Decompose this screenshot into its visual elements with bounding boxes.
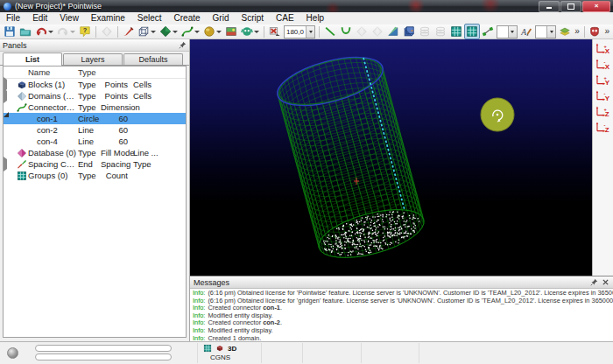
cae-format-label: CGNS: [210, 354, 230, 361]
dropdown-arrow-icon[interactable]: [254, 31, 259, 33]
toolbar-separator: [319, 26, 320, 38]
dropdown-arrow-icon[interactable]: [173, 31, 178, 33]
examine-button[interactable]: [239, 24, 261, 39]
menu-help[interactable]: Help: [300, 12, 331, 24]
expand-arrow-icon[interactable]: [4, 157, 7, 172]
messages-panel: Messages Info:(6:16 pm) Obtained license…: [190, 276, 613, 341]
dimension-connector-button[interactable]: [480, 24, 496, 39]
display-button[interactable]: [223, 24, 239, 39]
menu-script[interactable]: Script: [235, 12, 270, 24]
title-bar[interactable]: (New Project)* Pointwise ×: [0, 0, 613, 12]
layers-icon: [559, 25, 571, 38]
rings-button[interactable]: [417, 24, 433, 39]
pin-icon[interactable]: [179, 41, 187, 49]
tree-row-blocks-1-[interactable]: Blocks (1)TypePointsCells: [4, 79, 186, 90]
tree-row-domains-1-3-[interactable]: Domains (1/3)TypePointsCells: [4, 90, 186, 102]
sphere-icon: [203, 25, 215, 38]
tree-cell-value2: Type: [130, 158, 186, 170]
pin-icon[interactable]: [590, 278, 598, 286]
open-button[interactable]: [18, 24, 33, 39]
tree-row-con-4[interactable]: con-4Line60: [4, 136, 186, 147]
tree-row-groups-0-[interactable]: Groups (0)TypeCount: [4, 170, 186, 181]
block-tool-button[interactable]: [136, 24, 158, 39]
view-plus-z-button[interactable]: +Z: [593, 103, 613, 118]
close-icon[interactable]: [602, 278, 609, 286]
rotate-cursor: [481, 98, 514, 131]
database-tool-button[interactable]: [201, 24, 223, 39]
wedge-button[interactable]: [385, 24, 401, 39]
dropdown-arrow-icon[interactable]: [48, 31, 53, 33]
view-minus-x-button[interactable]: -X: [593, 56, 613, 71]
mask-button[interactable]: [587, 24, 602, 39]
messages-title: Messages: [194, 278, 229, 287]
spacing-combo[interactable]: [535, 25, 556, 38]
tab-layers[interactable]: Layers: [63, 53, 123, 65]
menu-file[interactable]: File: [0, 12, 26, 24]
minimize-button[interactable]: [539, 1, 560, 12]
rings2-button[interactable]: [433, 24, 448, 39]
toolbar-overflow-button[interactable]: »: [573, 24, 581, 39]
rings-icon: [434, 25, 447, 38]
examine-x-button[interactable]: [267, 24, 283, 39]
menu-examine[interactable]: Examine: [85, 12, 131, 24]
status-field-1[interactable]: [35, 345, 172, 352]
menu-create[interactable]: Create: [168, 12, 207, 24]
view-minus-z-button[interactable]: -Z: [593, 119, 613, 134]
brush-button[interactable]: [120, 24, 136, 39]
dropdown-arrow-icon[interactable]: [70, 31, 75, 33]
view-minus-y-button[interactable]: -Y: [593, 88, 613, 102]
assemble-domain-button[interactable]: [354, 24, 370, 39]
tree-cell-type: Line: [78, 136, 101, 147]
cube-icon: [137, 25, 150, 38]
toolbar-overflow2-button[interactable]: »: [602, 24, 611, 39]
toolbar: ?180,0A»»: [0, 24, 613, 39]
status-field-2[interactable]: [35, 354, 172, 360]
menu-cae[interactable]: CAE: [270, 12, 300, 24]
tree-row-con-1[interactable]: con-1Circle60: [4, 113, 186, 124]
undo-button[interactable]: [33, 24, 55, 39]
connector-tool-button[interactable]: [180, 24, 201, 39]
message-line: Info:Modified entity display.: [193, 312, 613, 320]
grid-solve-button[interactable]: [448, 24, 464, 39]
tab-list[interactable]: List: [3, 52, 62, 66]
axis-x-icon: -X: [594, 58, 612, 70]
dropdown-arrow-icon[interactable]: [216, 31, 222, 33]
redo-button[interactable]: [55, 24, 77, 39]
message-line: Info:(6:16 pm) Obtained license for 'gri…: [193, 298, 613, 305]
menu-select[interactable]: Select: [131, 12, 168, 24]
tree-row-database-0-[interactable]: Database (0)TypeFill ModeLine ...: [4, 147, 186, 158]
tree-row-connectors-1-3-[interactable]: Connectors (1/3)TypeDimension: [4, 102, 186, 113]
tree-row-spacing-constrai-[interactable]: Spacing Constrai...EndSpacingType: [4, 158, 186, 170]
view-plus-y-button[interactable]: +Y: [593, 72, 613, 87]
wedge-icon: [387, 25, 399, 38]
spacing-text-button[interactable]: A: [518, 24, 534, 39]
dimension-combo[interactable]: [497, 25, 518, 38]
save-button[interactable]: [2, 24, 18, 39]
view-plus-x-button[interactable]: +X: [593, 40, 613, 55]
assemble-domain2-button[interactable]: [370, 24, 385, 39]
display-viewport[interactable]: [190, 39, 592, 276]
undo-icon: [35, 25, 47, 38]
menu-view[interactable]: View: [53, 12, 85, 24]
window-controls: ×: [539, 1, 610, 12]
grid-smooth-button[interactable]: [464, 24, 480, 39]
tab-defaults[interactable]: Defaults: [123, 53, 183, 65]
menu-grid[interactable]: Grid: [207, 12, 236, 24]
curve-tool-button[interactable]: [338, 24, 354, 39]
maximize-button[interactable]: [560, 1, 581, 12]
collapse-arrow-icon[interactable]: [4, 102, 9, 117]
line-tool-button[interactable]: [322, 24, 338, 39]
layers-tool-button[interactable]: [557, 24, 573, 39]
angle-combo[interactable]: 180,0: [284, 25, 315, 38]
panels-panel: Panels ListLayersDefaults Name Type Bloc…: [0, 39, 190, 341]
tree-row-con-2[interactable]: con-2Line60: [4, 124, 186, 136]
dropdown-arrow-icon[interactable]: [194, 31, 200, 33]
domain-tool-button[interactable]: [158, 24, 180, 39]
gem-button[interactable]: [99, 24, 115, 39]
help-button[interactable]: ?: [77, 24, 93, 39]
blue-cube-button[interactable]: [401, 24, 417, 39]
close-button[interactable]: ×: [582, 1, 610, 12]
menu-edit[interactable]: Edit: [26, 12, 53, 24]
panels-header: Panels: [0, 39, 189, 52]
dropdown-arrow-icon[interactable]: [151, 31, 156, 33]
